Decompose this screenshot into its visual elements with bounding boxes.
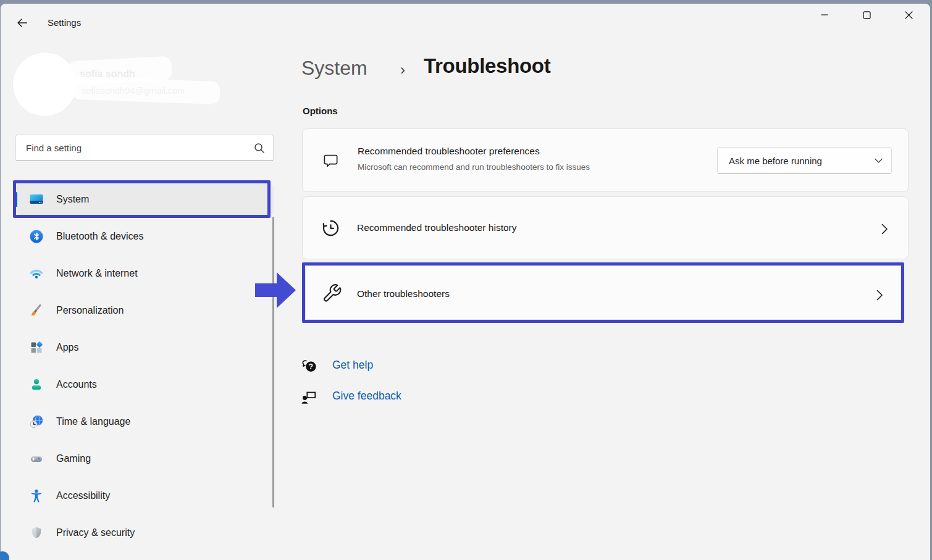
sidebar-item-system[interactable]: System bbox=[15, 184, 274, 215]
maximize-button[interactable] bbox=[852, 4, 881, 26]
apps-icon bbox=[29, 340, 44, 355]
give-feedback-icon bbox=[300, 388, 317, 406]
sidebar-item-label: Accounts bbox=[56, 379, 97, 390]
chevron-down-icon bbox=[875, 158, 883, 164]
back-arrow-icon bbox=[15, 16, 29, 30]
minimize-button[interactable] bbox=[810, 4, 839, 26]
back-button[interactable] bbox=[12, 14, 32, 32]
sidebar-item-label: Network & internet bbox=[56, 268, 138, 279]
preferences-card-title: Recommended troubleshooter preferences bbox=[358, 146, 540, 157]
avatar[interactable] bbox=[12, 52, 77, 117]
sidebar-item-gaming[interactable]: Gaming bbox=[15, 443, 274, 474]
preferences-card: Recommended troubleshooter preferences M… bbox=[302, 128, 909, 192]
bluetooth-icon bbox=[29, 229, 44, 244]
history-clock-icon bbox=[321, 217, 341, 239]
sidebar-item-label: Apps bbox=[56, 342, 78, 353]
sidebar-item-time-language[interactable]: Time & language bbox=[15, 406, 274, 437]
search-icon[interactable] bbox=[254, 143, 265, 156]
comment-bubble-icon bbox=[322, 152, 339, 170]
sidebar-item-accounts[interactable]: Accounts bbox=[15, 369, 274, 400]
shield-icon bbox=[29, 525, 44, 540]
give-feedback-link[interactable]: Give feedback bbox=[332, 390, 401, 403]
dropdown-selected-value: Ask me before running bbox=[729, 156, 822, 166]
accessibility-person-icon bbox=[29, 488, 44, 503]
chevron-right-icon bbox=[876, 290, 883, 301]
other-card-title: Other troubleshooters bbox=[357, 288, 450, 299]
wrench-icon bbox=[322, 282, 342, 304]
annotation-highlight-box: Other troubleshooters bbox=[302, 262, 904, 323]
sidebar-item-personalization[interactable]: Personalization bbox=[15, 295, 274, 326]
svg-text:?: ? bbox=[309, 362, 314, 371]
maximize-icon bbox=[863, 11, 871, 19]
system-icon bbox=[29, 192, 44, 207]
get-help-link[interactable]: Get help bbox=[332, 359, 373, 372]
sidebar-item-apps[interactable]: Apps bbox=[15, 332, 274, 363]
other-troubleshooters-card[interactable]: Other troubleshooters bbox=[305, 265, 901, 320]
minimize-icon bbox=[821, 11, 828, 19]
gamepad-icon bbox=[29, 451, 44, 466]
preferences-card-subtitle: Microsoft can recommend and run troubles… bbox=[358, 162, 590, 172]
close-icon bbox=[905, 11, 913, 19]
sidebar-item-label: Accessibility bbox=[56, 490, 110, 501]
troubleshooter-preference-dropdown[interactable]: Ask me before running bbox=[717, 147, 892, 174]
annotation-arrow-icon bbox=[254, 270, 297, 311]
close-button[interactable] bbox=[894, 4, 923, 26]
history-card-title: Recommended troubleshooter history bbox=[357, 222, 516, 233]
sidebar-item-label: Time & language bbox=[56, 416, 130, 427]
breadcrumb-separator-icon: › bbox=[400, 61, 405, 78]
window-title: Settings bbox=[48, 17, 81, 28]
accounts-person-icon bbox=[29, 377, 44, 392]
breadcrumb-parent[interactable]: System bbox=[301, 57, 367, 80]
sidebar-item-label: Gaming bbox=[56, 453, 91, 464]
sidebar-item-label: Personalization bbox=[56, 305, 124, 316]
get-help-icon: ? bbox=[301, 357, 318, 375]
paintbrush-icon bbox=[29, 303, 44, 318]
sidebar-scrollbar[interactable] bbox=[272, 217, 274, 508]
sidebar-item-network-internet[interactable]: Network & internet bbox=[15, 258, 274, 289]
wifi-icon bbox=[29, 266, 44, 281]
sidebar-item-label: System bbox=[56, 194, 89, 205]
sidebar-item-label: Bluetooth & devices bbox=[56, 231, 143, 242]
options-heading: Options bbox=[303, 106, 338, 116]
sidebar-item-label: Privacy & security bbox=[56, 527, 135, 538]
sidebar-item-bluetooth-devices[interactable]: Bluetooth & devices bbox=[15, 221, 274, 252]
time-language-icon bbox=[29, 414, 44, 429]
selected-indicator bbox=[15, 192, 17, 207]
chevron-right-icon bbox=[881, 224, 888, 235]
page-title: Troubleshoot bbox=[424, 54, 550, 78]
sidebar-item-accessibility[interactable]: Accessibility bbox=[15, 480, 274, 511]
search-input[interactable] bbox=[16, 135, 273, 161]
desktop-backdrop: Settings sofia sondh sofiasondh94@gmail.… bbox=[0, 0, 932, 560]
sidebar-item-privacy-security[interactable]: Privacy & security bbox=[15, 517, 274, 548]
search-box bbox=[15, 135, 274, 161]
history-card[interactable]: Recommended troubleshooter history bbox=[302, 196, 909, 259]
